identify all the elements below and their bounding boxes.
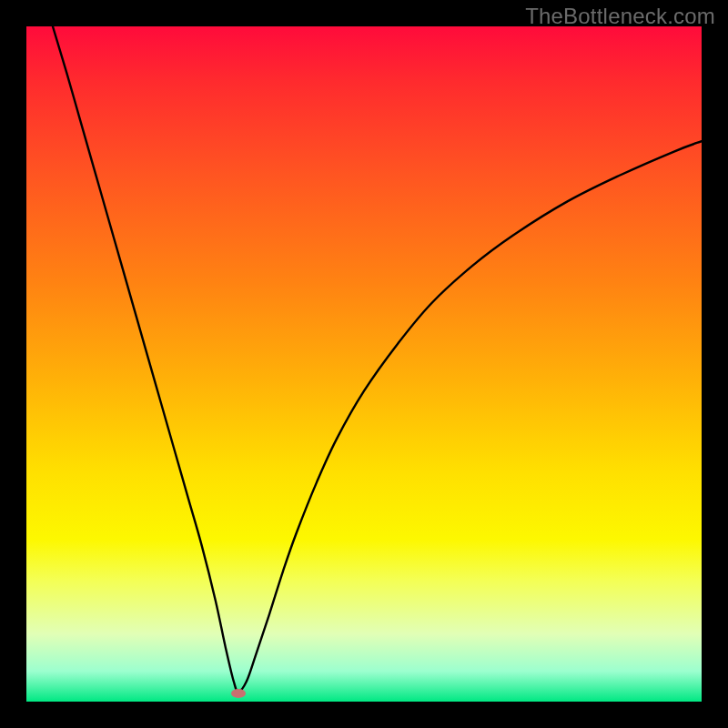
plot-area	[26, 26, 702, 702]
bottleneck-curve	[53, 26, 702, 692]
minimum-point-marker	[231, 689, 246, 698]
curve-svg	[26, 26, 702, 702]
watermark-text: TheBottleneck.com	[525, 4, 715, 29]
chart-frame: TheBottleneck.com	[0, 0, 728, 728]
